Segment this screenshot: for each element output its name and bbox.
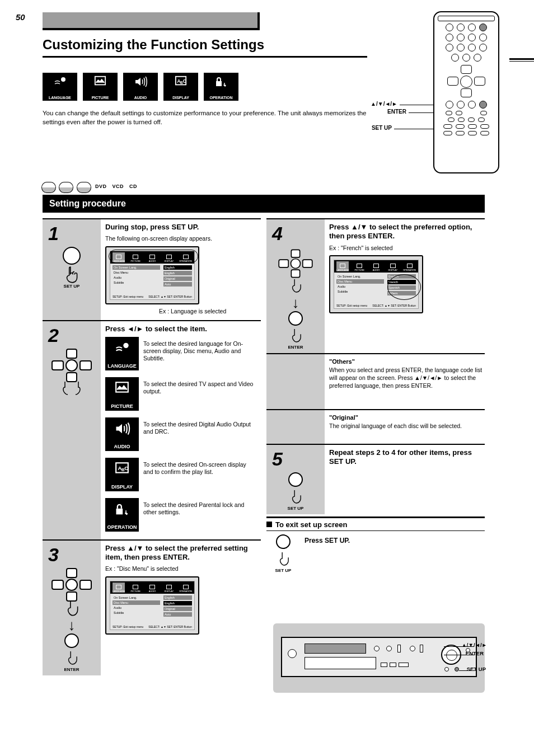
- remote-label-setup: SET UP: [372, 125, 392, 131]
- step-3-graphic: 3 ↓ ENTER: [43, 541, 101, 675]
- step-number: 1: [45, 223, 59, 245]
- small-button-icon: [374, 646, 380, 651]
- hand-icon: [65, 649, 78, 667]
- step-3-title: Press ▲/▼ to select the preferred settin…: [105, 544, 259, 562]
- steps-columns: 1 SET UP During stop, press SET UP. The …: [43, 218, 485, 675]
- note-others-text: "Others" When you select and press ENTER…: [329, 358, 483, 389]
- language-desc: To select the desired language for On-sc…: [143, 337, 255, 362]
- picture-glyph: [83, 75, 118, 91]
- header-grey-bar: [43, 12, 260, 30]
- svg-text:C: C: [124, 465, 128, 471]
- cat-label-audio: AUDIO: [134, 96, 147, 100]
- hand-icon: [64, 599, 79, 617]
- front-panel-diagram: ▲/▼/◄/► ENTER SET UP: [273, 623, 485, 693]
- tv-example-caption: Ex : "French" is selected: [329, 245, 483, 252]
- disc-label: CD: [129, 184, 137, 189]
- exit-body: SET UP Press SET UP.: [266, 534, 485, 573]
- step-number: 4: [269, 223, 283, 245]
- language-icon: LANGUAGE: [43, 73, 77, 101]
- hand-icon: [289, 327, 302, 345]
- disc-icons: [41, 182, 92, 193]
- page-number: 50: [16, 12, 25, 22]
- button-caption: ENTER: [288, 345, 303, 350]
- remote-label-arrows: ▲/▼/◄/►: [371, 101, 397, 107]
- disc-labels: DVD VCD CD: [95, 184, 137, 189]
- blank-graphic: [266, 354, 325, 409]
- display-icon: ABC DISPLAY: [105, 458, 139, 491]
- note-others: "Others" When you select and press ENTER…: [266, 353, 485, 409]
- callout-circle: [109, 250, 198, 263]
- cat-label-language: LANGUAGE: [49, 96, 71, 100]
- operation-desc: To select the desired Parental lock and …: [143, 498, 255, 516]
- step-2: 2 Press ◄/► to select the item. LANGUAGE: [43, 320, 261, 539]
- divider: [266, 530, 485, 531]
- tv-example-caption: Ex : Language is selected: [159, 308, 259, 316]
- small-button-icon: [420, 645, 423, 652]
- step-1: 1 SET UP During stop, press SET UP. The …: [43, 218, 261, 320]
- down-arrow-icon: ↓: [68, 619, 76, 631]
- exit-text: Press SET UP.: [305, 534, 485, 573]
- blank-graphic: [266, 410, 325, 444]
- hand-icon: [289, 488, 302, 506]
- step-4-title: Press ▲/▼ to select the preferred option…: [329, 223, 483, 241]
- svg-point-0: [61, 77, 65, 82]
- operation-icon: OPERATION: [204, 73, 238, 101]
- steps-column-right: 4 ↓ ENTER Press ▲/▼ to select the prefer…: [266, 218, 485, 675]
- step-number: 5: [269, 448, 283, 470]
- dpad-up-down-icon: [278, 250, 312, 278]
- disc-tray-icon: [305, 644, 366, 654]
- language-icon: LANGUAGE: [105, 337, 139, 370]
- tv-example-caption: Ex : "Disc Menu" is selected: [105, 565, 259, 573]
- section-title: Setting procedure: [49, 199, 126, 209]
- button-press-icon: [288, 472, 303, 487]
- dpad-up-down-icon: [51, 568, 92, 602]
- step-1-graphic: 1 SET UP: [43, 219, 101, 320]
- intro-text: You can change the default settings to c…: [43, 109, 367, 126]
- display-glyph: ABC: [163, 75, 198, 91]
- step-2-graphic: 2: [43, 321, 101, 539]
- disc-label: DVD: [95, 184, 107, 189]
- cat-label-operation: OPERATION: [209, 96, 232, 100]
- operation-glyph: [204, 75, 238, 92]
- step-1-title: During stop, press SET UP.: [105, 223, 259, 232]
- small-button-icon: [381, 663, 387, 667]
- step-5: 5 SET UP Repeat steps 2 to 4 for other i…: [266, 444, 485, 514]
- step-1-subtitle: The following on-screen display appears.: [105, 235, 259, 243]
- page-edge-marker: [509, 58, 534, 62]
- svg-rect-1: [95, 77, 105, 85]
- small-button-icon: [399, 663, 409, 667]
- section-title-bar: Setting procedure: [43, 195, 485, 213]
- display-panel-icon: [305, 657, 376, 669]
- audio-icon: AUDIO: [105, 417, 139, 451]
- front-panel-label-arrows: ▲/▼/◄/►: [461, 642, 487, 648]
- tv-screenshot-step4: LANGUAGE PICTURE AUDIO DISPLAY OPERATION…: [329, 255, 423, 313]
- operation-icon: OPERATION: [105, 498, 139, 532]
- step-2-title: Press ◄/► to select the item.: [105, 325, 259, 334]
- small-button-icon: [410, 646, 415, 651]
- dpad-left-right-icon: [51, 349, 92, 382]
- category-icon-row: LANGUAGE PICTURE AUDIO ABC DISPLAY OPERA…: [43, 73, 238, 101]
- button-caption: SET UP: [64, 284, 80, 289]
- power-button-icon: [288, 649, 297, 658]
- remote-label-enter: ENTER: [387, 109, 406, 115]
- remote-callout-line: [394, 129, 433, 129]
- front-panel-label-setup: SET UP: [467, 666, 486, 672]
- svg-rect-6: [216, 81, 222, 86]
- button-caption: SET UP: [275, 568, 292, 573]
- picture-icon: PICTURE: [105, 377, 139, 411]
- exit-graphic: SET UP: [266, 534, 300, 573]
- language-glyph: [43, 75, 77, 92]
- button-press-icon: [63, 247, 81, 265]
- svg-point-15: [125, 510, 127, 511]
- disc-icon: [59, 182, 73, 193]
- remote-callout-line: [409, 112, 433, 113]
- step-5-graphic: 5 SET UP: [266, 445, 325, 514]
- button-press-icon: [288, 311, 303, 326]
- remote-callout-line: [400, 105, 433, 105]
- exit-title: To exit set up screen: [266, 520, 485, 529]
- small-button-icon: [444, 667, 449, 672]
- button-caption: SET UP: [288, 506, 304, 511]
- button-press-icon: [276, 534, 291, 549]
- remote-diagram: [433, 11, 499, 173]
- step-4-graphic: 4 ↓ ENTER: [266, 219, 325, 353]
